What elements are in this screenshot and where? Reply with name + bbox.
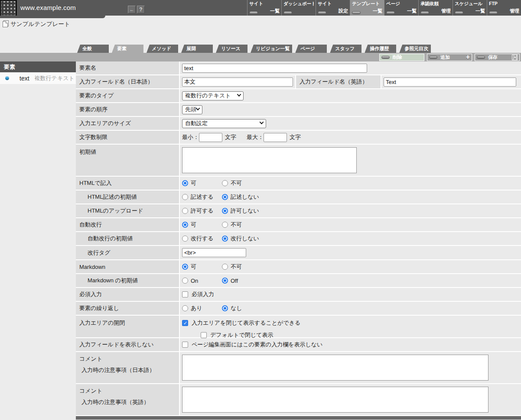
required-checkbox[interactable]: 必須入力 [182,291,214,298]
field-name-en-input[interactable] [384,78,516,87]
nav-pill-icon [249,11,258,14]
tab-strip: 全般 要素 メソッド 展開 リソース リビジョン一覧 ページ スタッフ 操作履歴… [77,45,431,53]
checkbox-icon [182,291,188,297]
row-hide-field: 入力フィールドを表示しない ページ編集画面にはこの要素の入力欄を表示しない [76,338,521,352]
checkbox-icon [201,332,207,338]
tab-revisions[interactable]: リビジョン一覧 [251,45,292,53]
tab-expand[interactable]: 展開 [181,45,213,53]
logo-well [0,0,17,17]
radio-selected-icon [182,264,188,270]
tab-history[interactable]: 操作履歴 [365,45,396,53]
nav-ftp-management[interactable]: FTP 管理 [487,0,521,16]
row-html-upload: HTMLのアップロード 許可する 許可しない [76,204,521,218]
nav-site-list[interactable]: サイト 一覧 [247,0,281,16]
row-repeat: 要素の繰り返し あり なし [76,302,521,316]
nav-pill-icon [283,11,292,14]
radio-selected-icon [222,305,228,311]
tab-elements[interactable]: 要素 [112,45,143,53]
button-pill-icon [477,56,485,59]
chevron-down-icon [196,106,200,110]
action-bar: 削除 追加 保存 [0,53,521,61]
nav-schedule-list[interactable]: スケジュール 一覧 [453,0,487,16]
input-area-size-select[interactable]: 自動設定 [182,119,266,128]
markdown-default-on-radio[interactable]: On [182,278,222,284]
collapse-enable-checkbox[interactable]: 入力エリアを閉じて表示することができる [182,319,300,327]
element-order-select[interactable]: 先頭 [182,105,202,114]
back-button[interactable] [128,6,136,13]
row-br-tag: 改行タグ [76,246,521,260]
auto-br-default-yes-radio[interactable]: 改行する [182,235,222,242]
button-pill-icon [381,56,390,59]
footer-bar [76,416,521,420]
row-element-order: 要素の順序 先頭 [76,103,521,117]
nav-site-settings[interactable]: サイト 設定 [316,0,350,16]
checkbox-checked-icon [182,320,188,326]
plus-icon [466,54,470,60]
html-write-no-radio[interactable]: 不可 [222,179,242,187]
radio-icon [182,208,188,214]
auto-br-default-no-radio[interactable]: 改行しない [222,235,259,242]
br-tag-input[interactable] [182,248,246,257]
nav-dashboard[interactable]: ダッシュボード [281,0,316,16]
row-required: 必須入力 必須入力 [76,288,521,302]
html-default-no-radio[interactable]: 記述しない [222,193,259,201]
radio-selected-icon [222,194,228,200]
row-collapse: 入力エリアの開閉 入力エリアを閉じて表示することができる デフォルトで閉じて表示 [76,316,521,338]
document-icon [3,21,8,27]
nav-page-list[interactable]: ページ 一覧 [384,0,418,16]
delete-button[interactable]: 削除 [379,54,424,61]
field-name-ja-input[interactable] [182,78,293,87]
element-name-input[interactable] [182,64,367,73]
html-upload-allow-radio[interactable]: 許可する [182,207,222,215]
help-button[interactable]: ? [137,6,145,13]
sidebar-item-text-element[interactable]: text 複数行テキスト [0,72,76,84]
nav-pill-icon [455,11,463,14]
element-settings-form: 要素名 入力フィールド名（日本語） 入力フィールド名（英語） 要素のタイプ 複数… [76,61,521,416]
chevron-down-icon [237,92,241,97]
row-comment-en: コメント 入力時の注意事項（英語） [76,384,521,416]
row-comment-ja: コメント 入力時の注意事項（日本語） [76,352,521,384]
comment-en-textarea[interactable] [182,387,488,413]
breadcrumb: サンプルテンプレート [3,20,70,28]
row-markdown: Markdown 可 不可 [76,260,521,274]
row-input-area-size: 入力エリアのサイズ 自動設定 [76,117,521,131]
row-html-default: HTML記述の初期値 記述する 記述しない [76,191,521,204]
initial-value-textarea[interactable] [182,147,357,173]
nav-pill-icon [420,11,429,14]
char-limit-max-input[interactable] [264,133,287,142]
radio-icon [222,180,228,186]
nav-pill-icon [386,11,395,14]
nav-template-list[interactable]: テンプレート 一覧 [350,0,384,16]
radio-icon [182,194,188,200]
char-limit-min-input[interactable] [199,133,222,142]
element-type-select[interactable]: 複数行のテキスト [182,91,244,100]
row-char-limit: 文字数制限 最小： 文字 最大： 文字 [76,131,521,145]
row-markdown-default: Markdown の初期値 On Off [76,274,521,288]
repeat-yes-radio[interactable]: あり [182,304,222,312]
save-button[interactable]: 保存 [475,54,520,61]
html-write-yes-radio[interactable]: 可 [182,179,222,187]
tab-resources[interactable]: リソース [216,45,247,53]
app-logo-icon[interactable] [1,1,16,16]
tab-staff[interactable]: スタッフ [330,45,361,53]
tab-methods[interactable]: メソッド [147,45,178,53]
markdown-default-off-radio[interactable]: Off [222,278,238,284]
markdown-no-radio[interactable]: 不可 [222,263,242,271]
markdown-yes-radio[interactable]: 可 [182,263,222,271]
site-name: www.example.com [20,4,76,11]
html-default-yes-radio[interactable]: 記述する [182,193,222,201]
tab-referrers[interactable]: 参照元目次 [399,45,431,53]
app-window: www.example.com ? サイト 一覧 ダッシュボード サイト 設定 … [0,0,521,420]
repeat-no-radio[interactable]: なし [222,304,242,312]
hide-field-checkbox[interactable]: ページ編集画面にはこの要素の入力欄を表示しない [182,341,322,349]
radio-selected-icon [182,222,188,228]
nav-approval-management[interactable]: 承認依頼 管理 [418,0,453,16]
comment-ja-textarea[interactable] [182,355,488,381]
radio-icon [182,278,188,284]
tab-pages[interactable]: ページ [295,45,327,53]
tab-general[interactable]: 全般 [77,45,109,53]
auto-br-no-radio[interactable]: 不可 [222,221,242,229]
add-button[interactable]: 追加 [427,54,472,61]
html-upload-deny-radio[interactable]: 許可しない [222,207,259,215]
auto-br-yes-radio[interactable]: 可 [182,221,222,229]
